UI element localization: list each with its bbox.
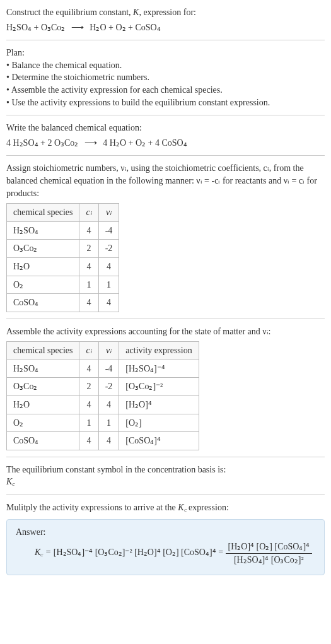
activity-section: Assemble the activity expressions accoun… [6, 325, 325, 450]
answer-label: Answer: [16, 526, 315, 539]
table-row: O₃Co₂ 2 -2 [7, 240, 119, 258]
plan-item: Use the activity expressions to build th… [6, 97, 325, 109]
cell-c: 4 [79, 221, 98, 240]
stoich-section: Assign stoichiometric numbers, νᵢ, using… [6, 162, 325, 312]
table-row: O₂ 1 1 [O₂] [7, 414, 199, 432]
cell-species: O₂ [7, 276, 79, 294]
answer-equation: K꜀ = [H₂SO₄]⁻⁴ [O₃Co₂]⁻² [H₂O]⁴ [O₂] [Co… [16, 541, 315, 566]
table-header-row: chemical species cᵢ νᵢ activity expressi… [7, 342, 199, 360]
cell-c: 4 [79, 294, 98, 312]
fraction-numerator: [H₂O]⁴ [O₂] [CoSO₄]⁴ [226, 541, 313, 554]
multiply-section: Mulitply the activity expressions to arr… [6, 501, 325, 514]
col-c: cᵢ [79, 342, 98, 360]
cell-v: -2 [98, 378, 119, 396]
kc-var: K꜀ = [35, 548, 54, 558]
intro-section: Construct the equilibrium constant, K, e… [6, 6, 325, 33]
balanced-equation: 4 H₂SO₄ + 2 O₃Co₂ ⟶ 4 H₂O + O₂ + 4 CoSO₄ [6, 137, 325, 149]
reaction-arrow: ⟶ [81, 138, 101, 148]
multiply-line: Mulitply the activity expressions to arr… [6, 501, 325, 514]
cell-species: O₂ [7, 414, 79, 432]
plan-item: Assemble the activity expression for eac… [6, 84, 325, 97]
cell-c: 4 [79, 360, 98, 378]
col-species: chemical species [7, 342, 79, 360]
cell-v: 4 [98, 432, 119, 450]
divider [6, 115, 325, 115]
balanced-title: Write the balanced chemical equation: [6, 122, 325, 134]
col-expr: activity expression [119, 342, 199, 360]
table-row: H₂SO₄ 4 -4 [H₂SO₄]⁻⁴ [7, 360, 199, 378]
kc-symbol-section: The equilibrium constant symbol in the c… [6, 464, 325, 488]
balanced-rhs: 4 H₂O + O₂ + 4 CoSO₄ [103, 138, 187, 148]
cell-species: H₂SO₄ [7, 221, 79, 240]
table-row: H₂O 4 4 [H₂O]⁴ [7, 396, 199, 414]
cell-c: 4 [79, 396, 98, 414]
cell-expr: [H₂O]⁴ [119, 396, 199, 414]
table-header-row: chemical species cᵢ νᵢ [7, 204, 119, 222]
cell-c: 2 [79, 378, 98, 396]
table-row: H₂SO₄ 4 -4 [7, 221, 119, 240]
table-row: CoSO₄ 4 4 [CoSO₄]⁴ [7, 432, 199, 450]
balanced-section: Write the balanced chemical equation: 4 … [6, 122, 325, 149]
col-v: νᵢ [98, 204, 119, 222]
cell-v: 4 [98, 257, 119, 276]
cell-species: O₃Co₂ [7, 378, 79, 396]
intro-lhs: H₂SO₄ + O₃Co₂ [6, 23, 65, 32]
divider [6, 155, 325, 156]
cell-c: 2 [79, 240, 98, 258]
col-v: νᵢ [98, 342, 119, 360]
table-row: H₂O 4 4 [7, 257, 119, 276]
cell-c: 4 [79, 257, 98, 276]
answer-product-form: [H₂SO₄]⁻⁴ [O₃Co₂]⁻² [H₂O]⁴ [O₂] [CoSO₄]⁴… [54, 548, 226, 558]
stoich-intro: Assign stoichiometric numbers, νᵢ, using… [6, 162, 325, 199]
cell-species: H₂O [7, 396, 79, 414]
stoich-table: chemical species cᵢ νᵢ H₂SO₄ 4 -4 O₃Co₂ … [6, 203, 119, 312]
cell-species: O₃Co₂ [7, 240, 79, 258]
cell-species: H₂SO₄ [7, 360, 79, 378]
cell-species: CoSO₄ [7, 432, 79, 450]
cell-expr: [H₂SO₄]⁻⁴ [119, 360, 199, 378]
cell-v: 4 [98, 396, 119, 414]
plan-item: Determine the stoichiometric numbers. [6, 71, 325, 84]
fraction-denominator: [H₂SO₄]⁴ [O₃Co₂]² [226, 554, 313, 566]
cell-species: CoSO₄ [7, 294, 79, 312]
activity-intro: Assemble the activity expressions accoun… [6, 325, 325, 338]
intro-rhs: H₂O + O₂ + CoSO₄ [90, 23, 160, 32]
intro-equation: H₂SO₄ + O₃Co₂ ⟶ H₂O + O₂ + CoSO₄ [6, 21, 325, 34]
cell-expr: [O₂] [119, 414, 199, 432]
col-species: chemical species [7, 204, 79, 222]
cell-species: H₂O [7, 257, 79, 276]
intro-line1: Construct the equilibrium constant, K, e… [6, 6, 325, 19]
balanced-lhs: 4 H₂SO₄ + 2 O₃Co₂ [6, 138, 78, 148]
reaction-arrow: ⟶ [67, 23, 88, 32]
table-row: CoSO₄ 4 4 [7, 294, 119, 312]
cell-c: 1 [79, 414, 98, 432]
plan-list: Balance the chemical equation. Determine… [6, 59, 325, 108]
plan-section: Plan: Balance the chemical equation. Det… [6, 47, 325, 108]
cell-c: 1 [79, 276, 98, 294]
table-row: O₂ 1 1 [7, 276, 119, 294]
cell-v: -4 [98, 360, 119, 378]
divider [6, 40, 325, 40]
cell-v: 4 [98, 294, 119, 312]
plan-title: Plan: [6, 47, 325, 59]
cell-c: 4 [79, 432, 98, 450]
cell-v: 1 [98, 414, 119, 432]
cell-v: -2 [98, 240, 119, 258]
answer-box: Answer: K꜀ = [H₂SO₄]⁻⁴ [O₃Co₂]⁻² [H₂O]⁴ … [6, 519, 325, 576]
divider [6, 319, 325, 319]
answer-fraction: [H₂O]⁴ [O₂] [CoSO₄]⁴ [H₂SO₄]⁴ [O₃Co₂]² [226, 541, 313, 566]
cell-v: 1 [98, 276, 119, 294]
plan-item: Balance the chemical equation. [6, 59, 325, 72]
activity-table: chemical species cᵢ νᵢ activity expressi… [6, 341, 199, 450]
col-c: cᵢ [79, 204, 98, 222]
cell-v: -4 [98, 221, 119, 240]
cell-expr: [CoSO₄]⁴ [119, 432, 199, 450]
table-row: O₃Co₂ 2 -2 [O₃Co₂]⁻² [7, 378, 199, 396]
kc-symbol: K꜀ [6, 476, 325, 488]
divider [6, 495, 325, 495]
divider [6, 457, 325, 457]
cell-expr: [O₃Co₂]⁻² [119, 378, 199, 396]
kc-symbol-line: The equilibrium constant symbol in the c… [6, 464, 325, 476]
